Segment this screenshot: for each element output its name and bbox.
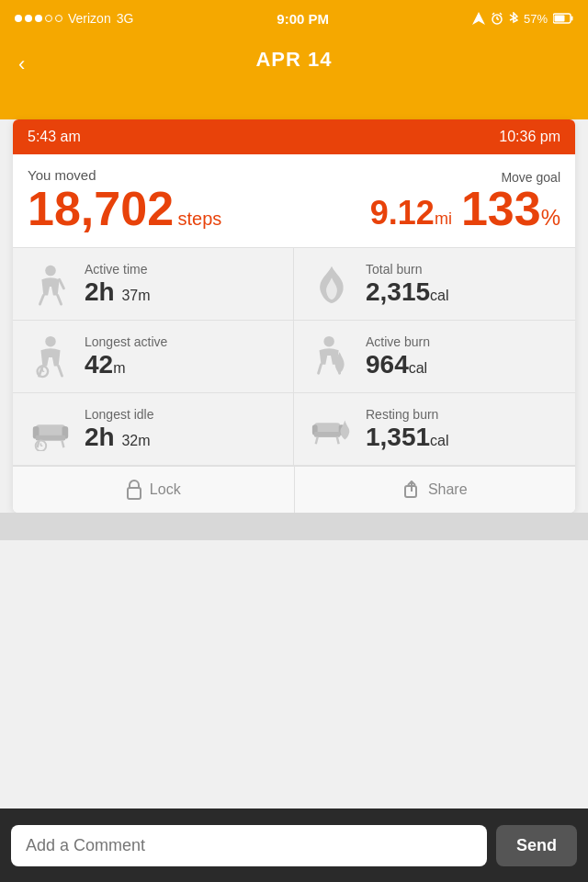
- goal-section: Move goal 133%: [461, 170, 560, 232]
- svg-rect-8: [555, 16, 565, 22]
- carrier-label: Verizon: [68, 11, 111, 26]
- svg-point-13: [45, 336, 56, 347]
- steps-section: You moved 18,702 steps 9.12mi Move goal …: [13, 154, 575, 247]
- longest-active-label: Longest active: [85, 334, 167, 349]
- lock-button[interactable]: Lock: [13, 467, 295, 513]
- active-time-icon: [28, 261, 74, 307]
- svg-line-4: [492, 13, 494, 15]
- lock-label: Lock: [150, 481, 181, 498]
- comment-bar: Send: [0, 808, 588, 882]
- longest-active-icon: [28, 334, 74, 379]
- total-burn-icon: [309, 261, 355, 307]
- status-left: Verizon 3G: [15, 11, 133, 26]
- battery-icon: [553, 13, 573, 24]
- active-burn-label: Active burn: [366, 334, 430, 349]
- svg-rect-37: [128, 488, 141, 499]
- svg-line-11: [58, 295, 62, 304]
- longest-idle-label: Longest idle: [85, 407, 154, 422]
- main-card: 5:43 am 10:36 pm You moved 18,702 steps …: [13, 119, 575, 513]
- share-button[interactable]: Share: [295, 467, 576, 513]
- dot5: [55, 15, 62, 22]
- time-bar: 5:43 am 10:36 pm: [13, 119, 575, 154]
- page-title: APR 14: [255, 48, 332, 72]
- total-burn-text: Total burn 2,315cal: [366, 262, 449, 307]
- stat-longest-active: Longest active 42m: [13, 321, 294, 393]
- bluetooth-icon: [509, 12, 518, 25]
- status-right: 57%: [472, 12, 573, 26]
- signal-dots: [15, 15, 62, 22]
- longest-idle-text: Longest idle 2h 32m: [85, 407, 154, 452]
- svg-marker-0: [472, 12, 485, 25]
- steps-left: You moved 18,702 steps: [28, 167, 361, 232]
- you-moved-label: You moved: [28, 167, 361, 183]
- svg-rect-7: [571, 17, 573, 21]
- active-burn-icon: [309, 334, 355, 379]
- total-burn-label: Total burn: [366, 262, 449, 277]
- share-label: Share: [428, 481, 468, 498]
- steps-unit: steps: [178, 209, 222, 229]
- active-time-text: Active time 2h 37m: [85, 262, 151, 307]
- start-time: 5:43 am: [28, 129, 81, 145]
- resting-burn-value: 1,351cal: [366, 424, 449, 452]
- location-icon: [472, 12, 485, 25]
- battery-label: 57%: [524, 12, 548, 26]
- dot3: [35, 15, 42, 22]
- stat-longest-idle: Longest idle 2h 32m: [13, 393, 294, 466]
- lock-icon: [126, 480, 142, 500]
- comment-input[interactable]: [11, 825, 487, 866]
- svg-line-12: [60, 279, 64, 288]
- stat-total-burn: Total burn 2,315cal: [294, 248, 575, 321]
- send-button[interactable]: Send: [496, 825, 577, 866]
- active-time-value: 2h 37m: [85, 278, 151, 307]
- end-time: 10:36 pm: [499, 129, 560, 145]
- distance-value: 9.12: [370, 194, 435, 232]
- resting-burn-label: Resting burn: [366, 407, 449, 422]
- svg-line-27: [62, 440, 63, 447]
- distance-section: 9.12mi: [361, 194, 461, 232]
- bottom-actions: Lock Share: [13, 466, 575, 513]
- resting-burn-icon: [309, 406, 355, 452]
- longest-idle-icon: [28, 406, 74, 452]
- active-burn-value: 964cal: [366, 351, 430, 379]
- dot2: [25, 15, 32, 22]
- svg-point-19: [323, 336, 334, 347]
- svg-point-9: [45, 266, 56, 277]
- distance-unit: mi: [435, 209, 452, 228]
- goal-unit: %: [541, 205, 560, 230]
- svg-line-5: [500, 13, 502, 15]
- yellow-spacer: [0, 92, 588, 119]
- resting-burn-text: Resting burn 1,351cal: [366, 407, 449, 452]
- dot4: [45, 15, 52, 22]
- svg-line-35: [316, 437, 318, 445]
- back-button[interactable]: ‹: [18, 52, 25, 76]
- active-burn-text: Active burn 964cal: [366, 334, 430, 379]
- goal-percent: 133: [461, 182, 541, 235]
- share-icon: [402, 481, 421, 499]
- svg-line-36: [337, 437, 339, 445]
- svg-line-15: [59, 367, 62, 377]
- stat-resting-burn: Resting burn 1,351cal: [294, 393, 575, 466]
- stats-grid: Active time 2h 37m Total burn 2,315cal: [13, 247, 575, 466]
- longest-active-text: Longest active 42m: [85, 334, 167, 379]
- longest-idle-value: 2h 32m: [85, 424, 154, 452]
- status-time: 9:00 PM: [277, 11, 329, 27]
- active-time-label: Active time: [85, 262, 151, 277]
- network-label: 3G: [117, 11, 134, 26]
- steps-count: 18,702: [28, 182, 174, 235]
- stat-active-time: Active time 2h 37m: [13, 248, 294, 321]
- status-bar: Verizon 3G 9:00 PM 57%: [0, 0, 588, 37]
- stat-active-burn: Active burn 964cal: [294, 321, 575, 393]
- dot1: [15, 15, 22, 22]
- gray-bg: [0, 513, 588, 540]
- svg-line-10: [40, 295, 43, 304]
- svg-rect-34: [314, 432, 341, 437]
- svg-line-20: [319, 365, 322, 374]
- header: ‹ APR 14: [0, 37, 588, 92]
- total-burn-value: 2,315cal: [366, 278, 449, 307]
- alarm-icon: [491, 12, 503, 25]
- longest-active-value: 42m: [85, 351, 167, 379]
